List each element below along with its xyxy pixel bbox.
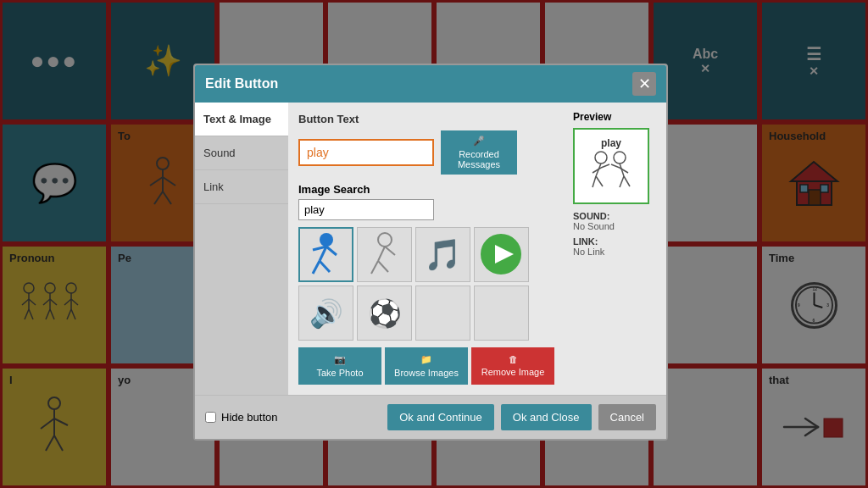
remove-image-button[interactable]: 🗑 Remove Image xyxy=(471,347,554,385)
sound-label: SOUND: xyxy=(573,211,658,221)
link-section: LINK: No Link xyxy=(573,236,658,257)
modal-title: Edit Button xyxy=(205,76,278,92)
tab-link[interactable]: Link xyxy=(195,170,288,204)
modal-main-content: Button Text 🎤 Recorded Messages Image Se… xyxy=(288,103,565,395)
image-result-4[interactable] xyxy=(474,227,529,282)
preview-figure-icon xyxy=(586,149,637,196)
recorded-messages-button[interactable]: 🎤 Recorded Messages xyxy=(441,130,517,175)
link-label: LINK: xyxy=(573,236,658,247)
svg-line-104 xyxy=(624,176,630,186)
svg-line-96 xyxy=(601,164,609,168)
svg-line-98 xyxy=(596,176,603,186)
link-value: No Link xyxy=(573,247,658,257)
browse-images-label: Browse Images xyxy=(394,368,459,378)
camera-icon: 📷 xyxy=(334,354,346,365)
svg-point-86 xyxy=(378,233,392,247)
tab-text-image[interactable]: Text & Image xyxy=(195,103,288,136)
button-text-label: Button Text xyxy=(298,113,554,125)
preview-box: play xyxy=(573,128,649,204)
image-results-grid: 🎵 🔊 ⚽ xyxy=(298,227,554,341)
image-result-2[interactable] xyxy=(357,227,412,282)
cancel-button[interactable]: Cancel xyxy=(598,404,656,430)
button-text-row: 🎤 Recorded Messages xyxy=(298,130,554,175)
image-result-8[interactable] xyxy=(474,286,529,341)
sound-section: SOUND: No Sound xyxy=(573,211,658,231)
image-result-7[interactable] xyxy=(415,286,470,341)
ok-continue-button[interactable]: Ok and Continue xyxy=(387,404,494,430)
modal-sidebar: Text & Image Sound Link xyxy=(195,103,288,395)
image-search-input[interactable] xyxy=(298,199,434,220)
ok-close-button[interactable]: Ok and Close xyxy=(501,404,592,430)
preview-panel: Preview play xyxy=(565,103,666,395)
svg-line-87 xyxy=(378,247,385,261)
svg-point-99 xyxy=(614,152,626,164)
svg-line-97 xyxy=(593,176,596,187)
browse-images-button[interactable]: 📁 Browse Images xyxy=(385,347,468,385)
preview-button-text: play xyxy=(601,137,621,149)
hide-button-text: Hide button xyxy=(221,411,278,424)
modal-body: Text & Image Sound Link Button Text 🎤 Re… xyxy=(195,103,666,395)
svg-line-90 xyxy=(378,261,388,272)
image-result-1[interactable] xyxy=(298,227,353,282)
folder-icon: 📁 xyxy=(420,354,432,365)
recorded-messages-label: Recorded Messages xyxy=(449,149,509,169)
modal-header: Edit Button ✕ xyxy=(195,65,666,103)
tab-sound[interactable]: Sound xyxy=(195,136,288,170)
svg-line-82 xyxy=(326,247,337,255)
svg-line-84 xyxy=(320,261,330,272)
svg-line-89 xyxy=(371,261,378,274)
image-search-section-label: Image Search xyxy=(298,183,554,196)
take-photo-label: Take Photo xyxy=(316,368,363,378)
hide-button-checkbox[interactable] xyxy=(205,412,216,423)
microphone-icon: 🎤 xyxy=(473,136,485,147)
svg-point-80 xyxy=(320,233,333,247)
sound-value: No Sound xyxy=(573,221,658,231)
svg-line-95 xyxy=(593,168,601,173)
svg-line-101 xyxy=(611,164,620,168)
remove-image-label: Remove Image xyxy=(481,367,545,377)
modal-footer: Hide button Ok and Continue Ok and Close… xyxy=(195,395,666,439)
svg-point-93 xyxy=(595,152,607,164)
image-result-5[interactable]: 🔊 xyxy=(298,286,353,341)
take-photo-button[interactable]: 📷 Take Photo xyxy=(298,347,381,385)
image-result-6[interactable]: ⚽ xyxy=(357,286,412,341)
svg-line-83 xyxy=(313,261,320,274)
modal-close-button[interactable]: ✕ xyxy=(632,72,656,96)
svg-line-88 xyxy=(385,247,395,255)
trash-icon: 🗑 xyxy=(509,354,518,364)
image-result-3[interactable]: 🎵 xyxy=(415,227,470,282)
button-text-input[interactable] xyxy=(298,139,434,166)
preview-label: Preview xyxy=(573,111,658,123)
edit-button-modal: Edit Button ✕ Text & Image Sound Link Bu… xyxy=(193,64,668,441)
image-action-buttons: 📷 Take Photo 📁 Browse Images 🗑 Remove Im… xyxy=(298,347,554,385)
svg-line-102 xyxy=(620,168,628,173)
svg-line-103 xyxy=(620,176,624,187)
hide-button-label[interactable]: Hide button xyxy=(205,411,278,424)
